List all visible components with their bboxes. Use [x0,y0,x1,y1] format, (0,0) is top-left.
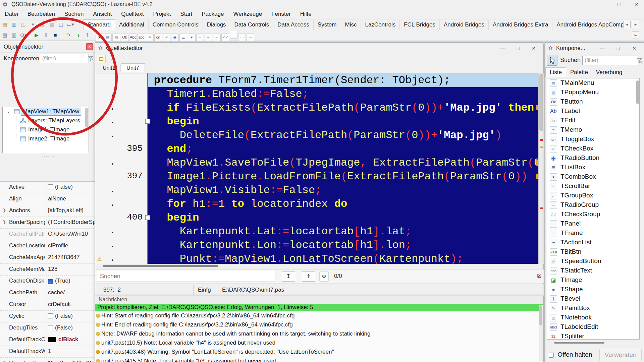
component-list-item[interactable]: ☰TListBox [547,163,639,172]
search-options-gear-icon[interactable]: ⚙ [319,272,329,282]
message-row[interactable]: Note: DWARF debug information cannot be … [95,329,543,339]
menu-hilfe[interactable]: Hilfe [296,9,316,19]
property-value[interactable]: crDefault [48,301,95,308]
component-list-item[interactable]: ✓OkTBitBtn [547,247,639,257]
component-list-item[interactable]: abcITLabeledEdit [547,322,639,332]
component-list-item[interactable]: ▤TPopupMenu [547,88,639,97]
message-row[interactable]: unit7.pas(403,48) Warning: Symbol "LonLa… [95,348,543,357]
property-value[interactable]: clBlack [48,336,95,343]
component-list-item[interactable]: ⚡TSpeedButton [547,257,639,266]
property-row[interactable]: CacheLocationclProfile [0,240,96,252]
forward-arrow-icon[interactable]: → [119,55,127,63]
filter-clear-icon[interactable] [637,58,642,63]
tpanel-icon[interactable] [230,31,237,39]
component-list-item[interactable]: ●TShape [547,285,639,294]
palette-scroll-right-icon[interactable]: ▸ [632,21,639,28]
property-row[interactable]: CacheOnDisk✓(True) [0,276,96,287]
menu-fenster[interactable]: Fenster [267,9,296,19]
message-row[interactable]: unit7.pas(110,5) Note: Local variable "h… [95,339,543,348]
property-row[interactable]: Cyclic(False) [0,311,96,322]
components-filter-input[interactable] [40,54,89,63]
tcombobox-icon[interactable]: ▾ [188,34,196,41]
palette-tab-dialogs[interactable]: Dialogs [203,20,230,30]
property-value[interactable]: 2147483647 [48,254,95,261]
tree-expander-icon[interactable]: ⌄ [7,109,10,114]
editor-tab-unit7[interactable]: Unit7 [121,63,145,72]
property-row[interactable]: DefaultTrackColorclBlack [0,334,96,346]
property-row[interactable]: ❯Anchors[akTop,akLeft] [0,205,96,217]
search-close-icon[interactable]: ⊠ [537,272,542,279]
tscrollbar-icon[interactable]: ⇔ [196,34,204,41]
minimize-icon[interactable]: — [496,44,509,53]
menu-bearbeiten[interactable]: Bearbeiten [23,9,60,19]
component-list-item[interactable]: ✎TPaintBox [547,304,639,313]
property-value[interactable]: (False) [48,313,95,319]
property-value[interactable]: (False) [48,324,95,331]
menu-werkzeuge[interactable]: Werkzeuge [228,9,267,19]
mouse-pointer-button[interactable] [547,55,557,66]
tmemo-icon[interactable]: ≡ [146,34,154,41]
menu-suchen[interactable]: Suchen [60,9,89,19]
object-inspector-titlebar[interactable]: Objektinspektor ✕ [0,41,95,53]
component-list-item[interactable]: OkTButton [547,97,639,107]
change-build-mode-icon[interactable]: ◳ [57,20,65,29]
menu-projekt[interactable]: Projekt [148,9,175,19]
property-row[interactable]: AlignalNone [0,193,96,205]
code-line[interactable]: begin [148,115,538,128]
palette-tab-fcl-bridges[interactable]: FCL Bridges [400,20,440,30]
components-tab-palette[interactable]: Palette [566,68,592,77]
component-list-item[interactable]: ◉TRadioButton [547,154,639,163]
tcheckgroup-icon[interactable]: ✓✓ [221,34,229,41]
palette-tab-system[interactable]: System [314,20,341,30]
tree-item[interactable]: Layers: TMapLayers [3,116,89,125]
components-scrollbar[interactable] [636,80,639,104]
editor-body[interactable]: ...−.395.397..400−..⚠. procedure TForm7.… [95,73,544,264]
component-list-item[interactable]: ⇔TScrollBar [547,182,639,191]
property-value[interactable]: [akTop,akLeft] [48,207,95,214]
search-input[interactable] [97,271,275,282]
component-list-item[interactable]: ▤TNotebook [547,313,639,322]
run-icon[interactable]: ▶ [32,31,41,40]
toggle-form-unit-icon[interactable]: ▭▾ [66,20,75,29]
jump-history-icon[interactable]: ▤ [97,55,106,63]
maximize-icon[interactable]: □ [512,44,525,53]
tmainmenu-icon[interactable]: ▤ [104,34,112,41]
code-line[interactable]: if FileExists(ExtractFilePath(ParamStr(0… [148,101,538,115]
components-filter-input[interactable] [582,56,638,65]
component-list-item[interactable]: TPanel [547,219,639,229]
palette-tab-misc[interactable]: Misc [341,20,361,30]
component-list-item[interactable]: AbcTLabel [547,107,639,116]
stop-icon[interactable]: ■ [51,31,60,40]
property-row[interactable]: CacheMemMaxItemCount128 [0,264,96,276]
keep-open-checkbox[interactable]: Offen halten [549,351,592,358]
minimize-icon[interactable]: — [595,44,609,53]
menu-datei[interactable]: Datei [0,9,23,19]
code-line[interactable]: end; [148,142,538,156]
tree-item[interactable]: ⌄MapView1: TMapView [3,107,89,116]
tree-item[interactable]: Image1: TImage [3,125,89,134]
property-row[interactable]: CachePathcache/ [0,287,96,299]
tree-scrollbar[interactable] [85,108,88,127]
close-icon[interactable]: ✕ [628,44,641,53]
use-button[interactable]: Verwenden [599,349,642,361]
components-tab-vererbung[interactable]: Vererbung [592,68,626,77]
code-fold-icon[interactable]: − [145,215,150,220]
property-value[interactable]: MapView1.BuiltInDLE [48,360,95,362]
message-row[interactable]: Projekt kompilieren, Ziel: E:\DARC\QSO\Q… [95,304,543,311]
component-list-item[interactable]: ⇆TSplitter [547,332,639,340]
maximize-icon[interactable]: □ [611,44,625,53]
palette-tab-data-controls[interactable]: Data Controls [230,20,273,30]
new-form-icon[interactable]: ▥ [10,20,18,29]
open-dropdown-icon[interactable]: ▾ [29,20,37,29]
filter-icon[interactable] [88,56,94,61]
code-area[interactable]: procedure TForm7.Timer1Timer(Sender: TOb… [148,73,538,264]
pointer-icon[interactable]: ➤ [96,34,103,41]
tedit-icon[interactable]: abc [138,34,145,41]
view-forms-icon[interactable]: ▥ [10,31,18,40]
menu-package[interactable]: Package [197,9,228,19]
palette-more-icon[interactable]: ▸ [632,32,639,39]
open-file-icon[interactable]: ◰ [19,20,28,29]
tgroupbox-icon[interactable]: ⌐ [205,34,212,41]
property-checkbox[interactable] [48,313,53,318]
property-value[interactable]: (TControlBorderSpacing) [48,219,95,226]
